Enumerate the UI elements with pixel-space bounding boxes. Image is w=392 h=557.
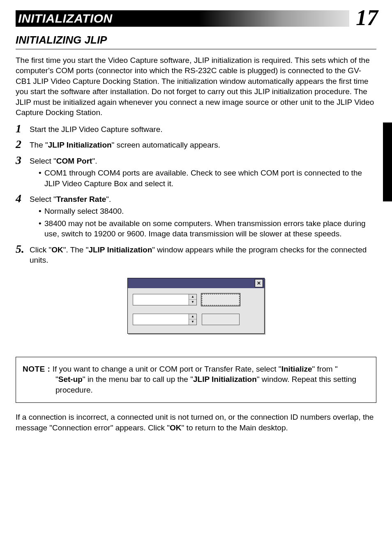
step-3: 3 Select "COM Port". • COM1 through COM4… bbox=[16, 155, 376, 189]
spin-up-icon[interactable]: ▲ bbox=[189, 294, 196, 300]
bullet-marker: • bbox=[39, 218, 44, 239]
step-bold: JLIP Initialization bbox=[48, 141, 112, 149]
com-port-field[interactable]: ▲ ▼ bbox=[133, 294, 197, 305]
note-bold: JLIP Initialization bbox=[193, 375, 257, 384]
bullet-text: Normally select 38400. bbox=[44, 206, 376, 216]
step-body: Select "Transfer Rate". • Normally selec… bbox=[30, 193, 376, 239]
header-band: INITIALIZATION bbox=[16, 10, 349, 27]
step-bold: OK bbox=[51, 245, 63, 254]
spin-buttons[interactable]: ▲ ▼ bbox=[189, 314, 196, 325]
step-number: 3 bbox=[16, 155, 30, 166]
dialog-body: ▲ ▼ ▲ ▼ bbox=[128, 288, 264, 333]
page: INITIALIZATION 17 INITIALIZING JLIP The … bbox=[0, 0, 392, 557]
dialog-titlebar: ✕ bbox=[128, 278, 264, 288]
step-2: 2 The "JLIP Initialization" screen autom… bbox=[16, 139, 376, 150]
bullet-text: 38400 may not be available on some compu… bbox=[44, 218, 376, 239]
bullet: • Normally select 38400. bbox=[30, 206, 376, 216]
spin-down-icon[interactable]: ▼ bbox=[189, 300, 196, 305]
step-number: 2 bbox=[16, 139, 30, 150]
step-number: 1 bbox=[16, 123, 30, 134]
step-text: ". bbox=[92, 157, 97, 165]
cancel-button[interactable] bbox=[202, 314, 240, 325]
transfer-rate-value bbox=[133, 314, 189, 325]
step-text: Select " bbox=[30, 157, 56, 165]
step-bold: Transfer Rate bbox=[56, 195, 106, 203]
intro-paragraph: The first time you start the Video Captu… bbox=[16, 55, 376, 118]
footer-bold: OK bbox=[170, 423, 182, 432]
step-5: 5. Click "OK". The "JLIP Initialization"… bbox=[16, 243, 376, 266]
note-box: NOTE : If you want to change a unit or C… bbox=[16, 357, 376, 403]
header-row: INITIALIZATION 17 bbox=[16, 8, 376, 29]
spin-down-icon[interactable]: ▼ bbox=[189, 319, 196, 325]
bullet-text: COM1 through COM4 ports are available. C… bbox=[44, 168, 376, 189]
ok-button[interactable] bbox=[202, 294, 240, 305]
dialog-wrap: ✕ ▲ ▼ bbox=[16, 278, 376, 334]
close-button[interactable]: ✕ bbox=[255, 279, 263, 287]
step-bold: COM Port bbox=[56, 157, 92, 165]
page-number: 17 bbox=[356, 7, 378, 29]
step-text: Click " bbox=[30, 245, 51, 254]
footer-paragraph: If a connection is incorrect, a connecte… bbox=[16, 412, 376, 433]
step-text: ". bbox=[106, 195, 111, 203]
transfer-rate-field[interactable]: ▲ ▼ bbox=[133, 314, 197, 325]
note-label: NOTE : bbox=[23, 365, 50, 373]
steps: 1 Start the JLIP Video Capture software.… bbox=[16, 123, 376, 266]
note-bold: Set-up bbox=[58, 375, 83, 384]
bullet-marker: • bbox=[39, 206, 44, 216]
close-icon: ✕ bbox=[257, 281, 261, 286]
footer-text: " to return to the Main desktop. bbox=[182, 423, 288, 432]
header-title: INITIALIZATION bbox=[18, 12, 113, 25]
step-number: 4 bbox=[16, 193, 30, 204]
bullet: • 38400 may not be available on some com… bbox=[30, 218, 376, 239]
step-bold: JLIP Initialization bbox=[88, 245, 152, 254]
step-text: Start the JLIP Video Capture software. bbox=[30, 125, 163, 134]
note-bold: Initialize bbox=[281, 365, 312, 373]
bullet-marker: • bbox=[39, 168, 44, 189]
step-text: " screen automatically appears. bbox=[112, 141, 220, 149]
com-port-row: ▲ ▼ bbox=[133, 294, 259, 305]
step-text: Select " bbox=[30, 195, 56, 203]
note-line2: "Set-up" in the menu bar to call up the … bbox=[23, 374, 370, 395]
note-text: " in the menu bar to call up the " bbox=[83, 375, 193, 384]
spin-up-icon[interactable]: ▲ bbox=[189, 314, 196, 320]
step-1: 1 Start the JLIP Video Capture software. bbox=[16, 123, 376, 134]
step-body: Click "OK". The "JLIP Initialization" wi… bbox=[30, 243, 376, 266]
step-body: Select "COM Port". • COM1 through COM4 p… bbox=[30, 155, 376, 189]
note-text: If you want to change a unit or COM port… bbox=[50, 365, 281, 373]
step-text: The " bbox=[30, 141, 48, 149]
com-port-value bbox=[133, 294, 189, 305]
note-text: " from " bbox=[312, 365, 338, 373]
transfer-rate-row: ▲ ▼ bbox=[133, 314, 259, 325]
step-number: 5. bbox=[16, 243, 30, 255]
side-tab bbox=[383, 122, 392, 201]
bullet: • COM1 through COM4 ports are available.… bbox=[30, 168, 376, 189]
step-body: Start the JLIP Video Capture software. bbox=[30, 123, 163, 134]
step-text: ". The " bbox=[63, 245, 89, 254]
step-4: 4 Select "Transfer Rate". • Normally sel… bbox=[16, 193, 376, 239]
jlip-init-dialog: ✕ ▲ ▼ bbox=[127, 278, 265, 334]
spin-buttons[interactable]: ▲ ▼ bbox=[189, 294, 196, 305]
subtitle: INITIALIZING JLIP bbox=[16, 34, 376, 49]
step-body: The "JLIP Initialization" screen automat… bbox=[30, 139, 220, 150]
